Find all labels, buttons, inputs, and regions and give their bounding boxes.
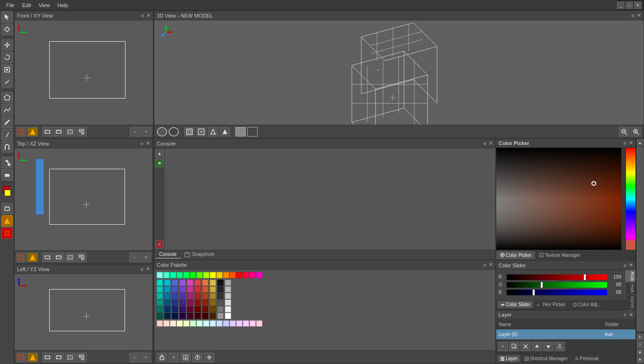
palette-swatch[interactable]	[164, 286, 170, 292]
palette-swatch[interactable]	[225, 306, 231, 312]
palette-swatch[interactable]	[157, 306, 163, 312]
color-slider-minimize[interactable]: ≡	[624, 263, 626, 268]
palette-swatch[interactable]	[195, 286, 201, 292]
palette-minimize[interactable]: ≡	[483, 262, 486, 268]
palette-swatch[interactable]	[210, 300, 216, 306]
palette-swatch[interactable]	[223, 272, 229, 278]
palette-swatch[interactable]	[197, 272, 203, 278]
slider-b-track[interactable]	[507, 290, 607, 295]
palette-swatch[interactable]	[157, 286, 163, 292]
palette-swatch[interactable]	[164, 313, 170, 319]
tool-shear[interactable]	[1, 76, 13, 88]
palette-swatch[interactable]	[157, 300, 163, 306]
palette-swatch[interactable]	[179, 280, 186, 286]
palette-swatch[interactable]	[179, 286, 186, 292]
palette-swatch[interactable]	[217, 286, 224, 292]
left-tool-3[interactable]	[42, 353, 53, 362]
viewport-left-body[interactable]	[15, 274, 152, 350]
palette-swatch[interactable]	[243, 320, 249, 327]
palette-swatch[interactable]	[230, 272, 236, 278]
palette-swatch[interactable]	[163, 320, 170, 327]
palette-swatch[interactable]	[187, 280, 193, 286]
palette-swatch[interactable]	[170, 320, 176, 327]
palette-swatch[interactable]	[157, 272, 163, 278]
palette-swatch[interactable]	[203, 320, 209, 327]
palette-swatch[interactable]	[202, 300, 208, 306]
palette-swatch[interactable]	[202, 286, 208, 292]
sub-tab-color-slider[interactable]: Color Slider	[497, 301, 533, 308]
viewport-left-close[interactable]: ✕	[146, 266, 150, 272]
palette-swatch[interactable]	[210, 272, 216, 278]
palette-swatch[interactable]	[202, 306, 208, 312]
palette-swatch[interactable]	[210, 280, 216, 286]
3d-view-solid[interactable]	[235, 127, 246, 136]
layer-minimize[interactable]: ≡	[624, 312, 626, 318]
slider-r-thumb[interactable]	[583, 274, 586, 281]
tool-light[interactable]	[1, 24, 13, 35]
palette-swatch[interactable]	[177, 320, 183, 327]
palette-swatch[interactable]	[187, 293, 193, 299]
slider-b-thumb[interactable]	[532, 289, 535, 296]
3d-tool-4[interactable]	[220, 127, 230, 136]
gradient-picker[interactable]	[496, 148, 635, 250]
rbt-layer[interactable]: Layer	[497, 355, 520, 362]
layer-tool-up[interactable]	[532, 342, 542, 351]
palette-swatch[interactable]	[223, 320, 229, 327]
palette-settings[interactable]	[204, 353, 215, 362]
front-tool-4[interactable]	[54, 127, 64, 136]
front-zoom-in[interactable]: +	[141, 127, 152, 136]
slider-mode-hsb[interactable]: HSB	[626, 282, 635, 295]
left-tool-6[interactable]	[76, 353, 87, 362]
console-scroll-up[interactable]: ▲	[155, 149, 164, 158]
palette-swatch[interactable]	[183, 272, 189, 278]
tool-spline[interactable]	[1, 104, 13, 116]
console-body[interactable]: ▲ ■ ✕	[154, 148, 495, 250]
palette-swatch[interactable]	[210, 286, 216, 292]
layer-row-0[interactable]: Layer (0) true	[496, 329, 635, 340]
console-clear[interactable]: ■	[155, 159, 164, 167]
palette-swatch[interactable]	[217, 306, 224, 312]
rbt-personal[interactable]: Personal	[572, 355, 601, 362]
top-tool-1[interactable]	[16, 253, 27, 262]
palette-swatch[interactable]	[187, 300, 193, 306]
palette-swatch[interactable]	[202, 313, 208, 319]
tool-magnet[interactable]	[1, 141, 13, 153]
palette-swatch[interactable]	[164, 300, 170, 306]
window-maximize[interactable]: □	[626, 1, 633, 9]
palette-swatch[interactable]	[179, 306, 186, 312]
palette-swatch[interactable]	[179, 313, 186, 319]
rbt-shortcut[interactable]: ⌨ Shortcut Manager	[521, 355, 571, 362]
hue-expand[interactable]	[621, 148, 626, 250]
cp-tab-color-picker[interactable]: Color Picker	[496, 251, 535, 259]
far-right-scroll[interactable]	[637, 147, 644, 331]
palette-swatch[interactable]	[179, 300, 186, 306]
palette-swatch[interactable]	[157, 313, 163, 319]
3d-tool-circle-1[interactable]	[157, 127, 167, 136]
left-tool-2[interactable]	[27, 353, 38, 362]
palette-export[interactable]	[192, 353, 203, 362]
tool-fill[interactable]	[1, 215, 13, 227]
palette-swatch[interactable]	[190, 272, 196, 278]
palette-lock[interactable]	[157, 353, 167, 362]
palette-swatch[interactable]	[172, 286, 178, 292]
palette-swatch[interactable]	[217, 293, 224, 299]
menu-file[interactable]: File	[2, 1, 18, 9]
palette-swatch[interactable]	[230, 320, 236, 327]
tool-select[interactable]	[1, 11, 13, 23]
tool-paint[interactable]	[1, 157, 13, 168]
palette-swatch[interactable]	[195, 293, 201, 299]
layer-tool-copy[interactable]	[509, 342, 519, 351]
palette-swatch[interactable]	[164, 280, 170, 286]
palette-swatch[interactable]	[183, 320, 189, 327]
palette-swatch[interactable]	[216, 272, 223, 278]
left-zoom-in[interactable]: +	[141, 353, 151, 362]
slider-mode-rgb[interactable]: RGB	[626, 270, 635, 283]
palette-swatch[interactable]	[190, 320, 196, 327]
viewport-top-close[interactable]: ✕	[146, 140, 150, 146]
palette-swatch[interactable]	[236, 272, 242, 278]
far-right-btn-4[interactable]: ▼	[637, 356, 644, 363]
palette-swatch[interactable]	[225, 286, 231, 292]
tool-material[interactable]	[1, 228, 13, 239]
palette-swatch[interactable]	[197, 320, 203, 327]
palette-swatch[interactable]	[195, 300, 201, 306]
